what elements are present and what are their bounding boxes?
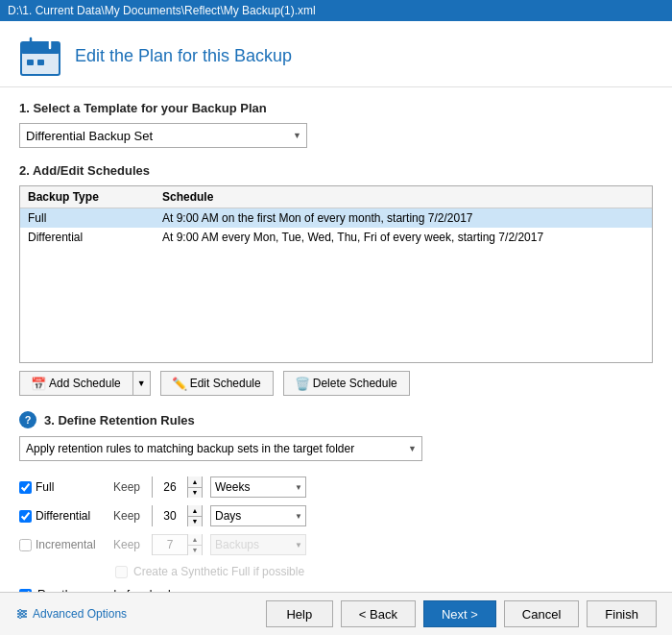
page-title: Edit the Plan for this Backup <box>75 46 292 66</box>
diff-keep-spinner: ▲ ▼ <box>152 505 203 526</box>
svg-rect-2 <box>21 42 60 54</box>
schedule-buttons: 📅 Add Schedule ▼ ✏️ Edit Schedule 🗑️ Del… <box>19 371 653 396</box>
schedule-type-full: Full <box>28 211 162 225</box>
section2-title: 2. Add/Edit Schedules <box>19 163 653 178</box>
diff-keep-input[interactable] <box>153 505 187 526</box>
diff-unit-wrapper[interactable]: Weeks Days Backups <box>210 505 306 526</box>
retention-diff-label: Differential <box>19 509 106 523</box>
retention-rule-incr: Incremental Keep ▲ ▼ Weeks Days <box>19 532 653 557</box>
edit-schedule-button[interactable]: ✏️ Edit Schedule <box>160 371 274 396</box>
template-select[interactable]: Differential Backup SetFull Backup SetIn… <box>19 123 307 148</box>
retention-rules-grid: Full Keep ▲ ▼ Weeks Days <box>19 475 653 557</box>
diff-spinner-buttons: ▲ ▼ <box>187 505 202 526</box>
advanced-options-label: Advanced Options <box>33 607 127 621</box>
full-unit-wrapper[interactable]: Weeks Days Backups <box>210 476 306 498</box>
back-button[interactable]: < Back <box>341 600 416 627</box>
section3-title: 3. Define Retention Rules <box>44 413 195 427</box>
content-area: 1. Select a Template for your Backup Pla… <box>0 87 672 592</box>
footer-buttons: Help < Back Next > Cancel Finish <box>266 600 657 627</box>
finish-button[interactable]: Finish <box>587 600 657 627</box>
svg-rect-6 <box>37 60 44 65</box>
svg-rect-5 <box>27 60 34 65</box>
schedules-header: Backup Type Schedule <box>20 186 652 208</box>
full-spinner-down[interactable]: ▼ <box>188 488 202 499</box>
full-keep-input[interactable] <box>153 476 187 498</box>
diff-spinner-up[interactable]: ▲ <box>188 505 202 517</box>
next-button[interactable]: Next > <box>423 600 496 627</box>
template-select-wrapper[interactable]: Differential Backup SetFull Backup SetIn… <box>19 123 307 148</box>
incr-spinner-buttons: ▲ ▼ <box>187 534 202 555</box>
incr-keep-spinner: ▲ ▼ <box>152 534 203 555</box>
add-schedule-icon: 📅 <box>32 377 45 390</box>
help-circle-icon[interactable]: ? <box>19 411 36 428</box>
edit-schedule-icon: ✏️ <box>173 377 186 390</box>
full-unit-select[interactable]: Weeks Days Backups <box>210 476 306 498</box>
incr-unit-select: Weeks Days Backups <box>210 534 306 555</box>
schedule-type-diff: Differential <box>28 231 162 244</box>
schedule-row-differential[interactable]: Differential At 9:00 AM every Mon, Tue, … <box>20 228 652 247</box>
synthetic-label: Create a Synthetic Full if possible <box>133 565 304 578</box>
help-button[interactable]: Help <box>266 600 333 627</box>
main-container: Edit the Plan for this Backup 1. Select … <box>0 21 672 635</box>
svg-point-10 <box>19 610 22 613</box>
delete-schedule-button[interactable]: 🗑️ Delete Schedule <box>283 371 410 396</box>
svg-point-12 <box>19 616 22 619</box>
retention-incr-label: Incremental <box>19 538 106 551</box>
svg-point-11 <box>23 613 26 616</box>
retention-select-wrapper[interactable]: Apply retention rules to matching backup… <box>19 436 422 461</box>
retention-select[interactable]: Apply retention rules to matching backup… <box>19 436 422 461</box>
template-select-row: Differential Backup SetFull Backup SetIn… <box>19 123 653 148</box>
incr-spinner-up: ▲ <box>188 534 202 546</box>
retention-rule-full: Full Keep ▲ ▼ Weeks Days <box>19 475 653 500</box>
add-schedule-arrow[interactable]: ▼ <box>132 371 151 396</box>
retention-diff-checkbox[interactable] <box>19 510 32 523</box>
retention-rule-diff: Differential Keep ▲ ▼ Weeks Days <box>19 503 653 528</box>
retention-full-checkbox[interactable] <box>19 481 32 494</box>
advanced-options-link[interactable]: Advanced Options <box>15 607 127 621</box>
synthetic-row: Create a Synthetic Full if possible <box>19 565 653 578</box>
header-area: Edit the Plan for this Backup <box>0 21 672 87</box>
full-keep-spinner: ▲ ▼ <box>152 476 203 498</box>
retention-incr-checkbox[interactable] <box>19 539 32 551</box>
section1-title: 1. Select a Template for your Backup Pla… <box>19 101 653 115</box>
cancel-button[interactable]: Cancel <box>504 600 579 627</box>
retention-header-row: ? 3. Define Retention Rules <box>19 411 653 428</box>
col-schedule: Schedule <box>162 190 644 204</box>
add-schedule-group: 📅 Add Schedule ▼ <box>19 371 151 396</box>
schedule-value-diff: At 9:00 AM every Mon, Tue, Wed, Thu, Fri… <box>162 231 644 244</box>
retention-section: ? 3. Define Retention Rules Apply retent… <box>19 411 653 578</box>
col-backup-type: Backup Type <box>28 190 162 204</box>
schedule-row-full[interactable]: Full At 9:00 AM on the first Mon of ever… <box>20 208 652 228</box>
advanced-options-icon <box>15 607 29 621</box>
diff-unit-select[interactable]: Weeks Days Backups <box>210 505 306 526</box>
title-bar-text: D:\1. Current Data\My Documents\Reflect\… <box>8 4 316 17</box>
retention-dropdown-row: Apply retention rules to matching backup… <box>19 436 653 461</box>
schedule-value-full: At 9:00 AM on the first Mon of every mon… <box>162 211 644 225</box>
title-bar: D:\1. Current Data\My Documents\Reflect\… <box>0 0 672 21</box>
calendar-icon <box>19 35 61 77</box>
footer-bar: Advanced Options Help < Back Next > Canc… <box>0 592 672 635</box>
add-schedule-button[interactable]: 📅 Add Schedule <box>19 371 132 396</box>
incr-keep-input[interactable] <box>153 534 187 555</box>
full-spinner-up[interactable]: ▲ <box>188 476 202 488</box>
schedules-empty-area <box>20 247 652 362</box>
schedules-table: Backup Type Schedule Full At 9:00 AM on … <box>19 185 653 363</box>
incr-unit-wrapper: Weeks Days Backups <box>210 534 306 555</box>
synthetic-checkbox <box>115 566 128 578</box>
diff-spinner-down[interactable]: ▼ <box>188 517 202 527</box>
full-spinner-buttons: ▲ ▼ <box>187 476 202 498</box>
incr-spinner-down: ▼ <box>188 546 202 556</box>
retention-full-label: Full <box>19 480 106 494</box>
delete-schedule-icon: 🗑️ <box>296 377 309 390</box>
